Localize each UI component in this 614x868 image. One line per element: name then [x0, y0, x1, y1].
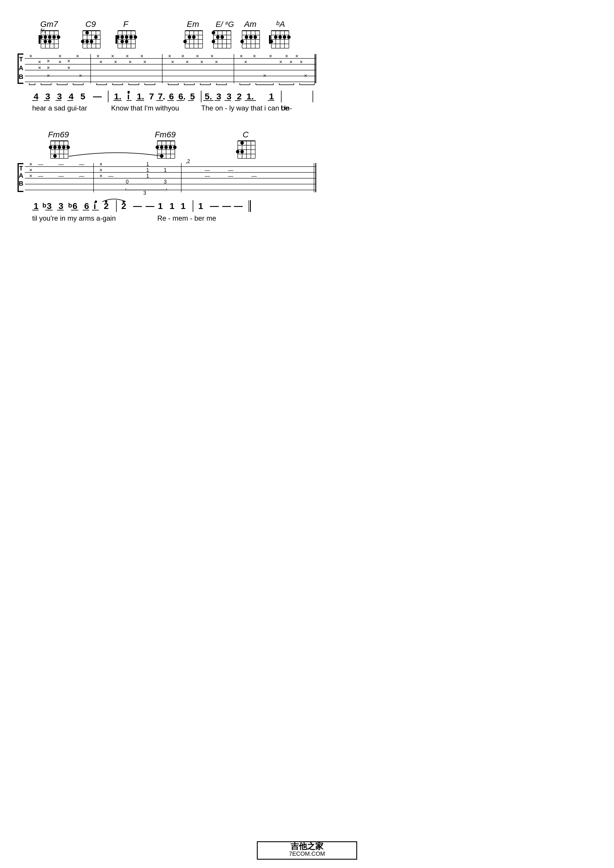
- svg-text:×: ×: [200, 59, 204, 65]
- svg-point-300: [173, 146, 177, 149]
- svg-point-83: [216, 36, 219, 39]
- svg-text:7: 7: [149, 91, 154, 101]
- svg-rect-118: [269, 35, 271, 44]
- svg-text:7.: 7.: [158, 91, 165, 101]
- svg-point-315: [240, 150, 244, 153]
- svg-point-31: [85, 31, 89, 34]
- svg-text:—: —: [205, 173, 210, 179]
- svg-text:—: —: [252, 173, 257, 179]
- svg-point-113: [274, 36, 277, 39]
- svg-text:E/: E/: [216, 20, 224, 29]
- svg-text:4: 4: [34, 91, 39, 101]
- svg-point-68: [183, 40, 187, 43]
- svg-point-15: [52, 36, 56, 39]
- svg-point-35: [94, 36, 98, 39]
- svg-point-375: [95, 200, 97, 203]
- svg-text:—: —: [59, 161, 64, 167]
- svg-point-52: [120, 40, 124, 43]
- svg-text:—: —: [228, 173, 233, 179]
- svg-text:B: B: [19, 73, 23, 81]
- svg-text:2: 2: [237, 91, 242, 101]
- svg-text:×: ×: [295, 53, 298, 59]
- svg-point-297: [160, 146, 163, 149]
- svg-text:6: 6: [169, 91, 174, 101]
- svg-text:hear  a  sad  gui-tar: hear a sad gui-tar: [32, 104, 87, 112]
- svg-text:1: 1: [164, 167, 167, 173]
- svg-text:F: F: [123, 20, 129, 29]
- svg-text:1: 1: [181, 201, 186, 211]
- svg-point-115: [283, 36, 286, 39]
- svg-text:×: ×: [29, 53, 33, 59]
- svg-text:1: 1: [146, 161, 149, 167]
- svg-point-32: [81, 40, 84, 43]
- svg-point-281: [58, 146, 61, 149]
- svg-text:×: ×: [29, 161, 33, 167]
- svg-text:B: B: [19, 180, 23, 187]
- svg-text:The  on - ly   way   that i ca: The on - ly way that i can be: [201, 104, 289, 112]
- svg-text:—: —: [222, 201, 231, 211]
- svg-text:3: 3: [227, 91, 232, 101]
- svg-text:×: ×: [253, 53, 256, 59]
- svg-point-100: [240, 40, 244, 43]
- svg-point-99: [253, 36, 257, 39]
- svg-point-33: [85, 40, 89, 43]
- svg-text:til you're in   my  arms  a-ga: til you're in my arms a-gain: [32, 214, 116, 222]
- svg-rect-0: [0, 0, 614, 868]
- svg-text:A: A: [279, 20, 285, 29]
- svg-point-114: [278, 36, 282, 39]
- svg-text:b: b: [42, 202, 46, 209]
- svg-point-51: [134, 36, 137, 39]
- svg-text:5: 5: [190, 91, 195, 101]
- svg-text:—: —: [146, 201, 154, 211]
- svg-text:×: ×: [140, 53, 143, 59]
- svg-text:3: 3: [164, 179, 167, 185]
- svg-point-380: [123, 200, 125, 203]
- svg-point-301: [160, 154, 163, 158]
- svg-text:T: T: [19, 164, 23, 172]
- svg-point-283: [66, 146, 70, 149]
- svg-text:—: —: [79, 161, 84, 167]
- svg-text:Am: Am: [244, 20, 256, 29]
- svg-text:×: ×: [279, 59, 283, 65]
- svg-text:0: 0: [126, 179, 129, 185]
- svg-text:×: ×: [186, 59, 189, 65]
- svg-point-97: [245, 36, 248, 39]
- svg-point-53: [125, 40, 128, 43]
- svg-point-34: [90, 40, 93, 43]
- svg-text:—: —: [234, 201, 242, 211]
- svg-text:3: 3: [216, 91, 221, 101]
- svg-point-280: [53, 146, 57, 149]
- svg-text:×: ×: [96, 53, 100, 59]
- svg-text:×: ×: [285, 53, 288, 59]
- svg-point-298: [164, 146, 168, 149]
- svg-text:—: —: [38, 161, 43, 167]
- svg-text:—: —: [59, 173, 64, 179]
- svg-point-279: [49, 146, 52, 149]
- svg-text:Fm69: Fm69: [155, 130, 176, 139]
- svg-text:×: ×: [99, 161, 103, 167]
- svg-text:×: ×: [129, 59, 132, 65]
- svg-text:3: 3: [59, 201, 64, 211]
- svg-text:×: ×: [196, 53, 199, 59]
- svg-point-98: [249, 36, 253, 39]
- svg-point-299: [169, 146, 172, 149]
- svg-text:×: ×: [263, 73, 266, 79]
- svg-text:Em: Em: [187, 20, 199, 29]
- svg-text:×: ×: [47, 58, 50, 64]
- svg-text:3: 3: [57, 91, 62, 101]
- svg-text:C: C: [242, 130, 249, 139]
- svg-point-377: [105, 200, 107, 203]
- svg-text:×: ×: [79, 73, 82, 79]
- svg-point-237: [127, 91, 130, 93]
- svg-text:3: 3: [47, 201, 52, 211]
- svg-point-18: [48, 40, 51, 43]
- svg-text:×: ×: [300, 59, 303, 65]
- svg-point-116: [287, 36, 291, 39]
- svg-rect-54: [115, 35, 117, 44]
- svg-text:G: G: [228, 20, 234, 29]
- svg-text:×: ×: [168, 53, 171, 59]
- svg-text:×: ×: [289, 59, 293, 65]
- svg-text:×: ×: [126, 53, 129, 59]
- svg-text:A: A: [19, 172, 23, 179]
- svg-point-82: [212, 31, 215, 34]
